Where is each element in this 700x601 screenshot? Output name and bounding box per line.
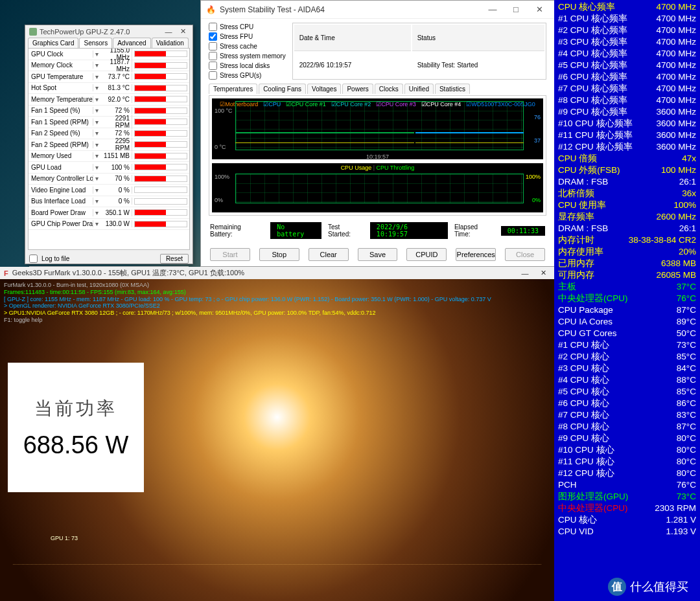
minimize-icon[interactable]: —: [163, 28, 174, 36]
minimize-icon[interactable]: —: [518, 269, 532, 277]
overlay-row: 内存使用率20%: [558, 246, 696, 258]
subtab-voltages[interactable]: Voltages: [307, 84, 341, 94]
sensor-bar: [134, 62, 187, 69]
sensor-row: GPU Temperature ▾ 73.7 °C: [29, 71, 189, 83]
dropdown-icon[interactable]: ▾: [93, 198, 100, 205]
stress-option[interactable]: Stress FPU: [209, 32, 286, 41]
preferences-button[interactable]: Preferences: [456, 248, 496, 261]
overlay-key: #3 CPU 核心频率: [558, 36, 627, 48]
overlay-key: 显存频率: [558, 211, 594, 223]
tab-sensors[interactable]: Sensors: [79, 38, 112, 48]
subtab-statistics[interactable]: Statistics: [435, 84, 470, 94]
stress-option[interactable]: Stress GPU(s): [209, 71, 286, 80]
overlay-key: CPU Package: [558, 304, 613, 316]
sensor-value: 92.0 °C: [100, 96, 132, 103]
checkbox[interactable]: [209, 23, 217, 31]
overlay-key: 北桥倍频: [558, 188, 594, 199]
sensor-row: Video Engine Load ▾ 0 %: [29, 185, 189, 196]
overlay-row: CPU 核心1.281 V: [558, 514, 696, 526]
subtab-cooling fans[interactable]: Cooling Fans: [259, 84, 306, 94]
overlay-row: #3 CPU 核心84°C: [558, 363, 696, 374]
dropdown-icon[interactable]: ▾: [93, 73, 100, 80]
checkbox[interactable]: [209, 42, 217, 51]
dropdown-icon[interactable]: ▾: [93, 220, 100, 227]
overlay-value: 6388 MB: [661, 258, 696, 269]
reset-button[interactable]: Reset: [160, 254, 189, 264]
overlay-value: 80°C: [677, 456, 696, 468]
overlay-value: 3600 MHz: [656, 106, 696, 118]
dropdown-icon[interactable]: ▾: [93, 152, 100, 159]
dropdown-icon[interactable]: ▾: [93, 130, 100, 137]
dropdown-icon[interactable]: ▾: [93, 187, 100, 194]
checkbox[interactable]: [209, 52, 217, 60]
overlay-value: 26:1: [679, 176, 696, 188]
maximize-icon[interactable]: □: [506, 5, 526, 14]
dropdown-icon[interactable]: ▾: [93, 175, 100, 182]
gpuz-sensors: GPU Clock ▾ 1155.0 MHz Memory Clock ▾ 11…: [28, 48, 190, 250]
close-icon[interactable]: ✕: [177, 27, 189, 36]
tab-validation[interactable]: Validation: [152, 38, 189, 48]
clear-button[interactable]: Clear: [309, 248, 349, 261]
tab-graphics-card[interactable]: Graphics Card: [28, 38, 78, 48]
dropdown-icon[interactable]: ▾: [93, 209, 100, 216]
overlay-value: 80°C: [677, 433, 696, 444]
stop-button[interactable]: Stop: [259, 248, 299, 261]
overlay-row: PCH76°C: [558, 479, 696, 491]
watermark: 值 什么值得买: [608, 578, 688, 596]
dropdown-icon[interactable]: ▾: [93, 96, 100, 103]
subtab-clocks[interactable]: Clocks: [375, 84, 403, 94]
log-checkbox[interactable]: [29, 255, 38, 263]
start-button: Start: [210, 248, 250, 261]
sensor-name: Fan 2 Speed (RPM): [29, 141, 93, 148]
overlay-key: #1 CPU 核心: [558, 339, 609, 351]
sensor-bar: [134, 187, 187, 193]
sensor-bar: [134, 209, 187, 216]
overlay-key: CPU 使用率: [558, 199, 606, 211]
checkbox[interactable]: [209, 62, 217, 70]
sensor-name: Memory Used: [29, 152, 93, 159]
checkbox[interactable]: [209, 32, 217, 41]
stress-option[interactable]: Stress system memory: [209, 52, 286, 60]
overlay-key: 中央处理器(CPU): [558, 293, 628, 304]
overlay-row: #9 CPU 核心频率3600 MHz: [558, 106, 696, 118]
stress-option[interactable]: Stress cache: [209, 42, 286, 51]
overlay-key: #8 CPU 核心: [558, 421, 609, 433]
dropdown-icon[interactable]: ▾: [93, 107, 100, 114]
overlay-key: 主板: [558, 281, 576, 293]
sensor-value: 0 %: [100, 187, 132, 194]
subtab-temperatures[interactable]: Temperatures: [209, 84, 257, 94]
subtab-unified[interactable]: Unified: [404, 84, 434, 94]
dropdown-icon[interactable]: ▾: [93, 84, 100, 91]
overlay-value: 4700 MHz: [656, 71, 696, 83]
close-icon[interactable]: ✕: [536, 269, 550, 277]
overlay-row: 图形处理器(GPU)73°C: [558, 491, 696, 503]
sensor-name: GPU Load: [29, 164, 93, 171]
save-button[interactable]: Save: [358, 248, 398, 261]
dropdown-icon[interactable]: ▾: [93, 119, 100, 126]
overlay-value: 4700 MHz: [656, 48, 696, 60]
dropdown-icon[interactable]: ▾: [93, 164, 100, 171]
stress-option[interactable]: Stress local disks: [209, 62, 286, 70]
sensor-name: GPU Chip Power Draw: [29, 220, 93, 227]
overlay-value: 87°C: [677, 304, 696, 316]
aida-titlebar[interactable]: 🔥 System Stability Test - AIDA64 — □ ✕: [201, 1, 554, 19]
overlay-row: #7 CPU 核心频率4700 MHz: [558, 83, 696, 95]
minimize-icon[interactable]: —: [483, 5, 502, 14]
dropdown-icon[interactable]: ▾: [93, 141, 100, 148]
checkbox[interactable]: [209, 71, 217, 80]
sensor-row: GPU Chip Power Draw ▾ 130.0 W: [29, 219, 189, 231]
furmark-icon: F: [4, 269, 8, 277]
close-icon[interactable]: ✕: [530, 5, 549, 14]
gpuz-titlebar[interactable]: TechPowerUp GPU-Z 2.47.0 — ✕: [25, 25, 192, 38]
sensor-row: Memory Controller Load ▾ 70 %: [29, 174, 189, 185]
furmark-titlebar[interactable]: F Geeks3D FurMark v1.30.0.0 - 155帧, GPU1…: [0, 267, 554, 279]
tab-advanced[interactable]: Advanced: [113, 38, 150, 48]
subtab-powers[interactable]: Powers: [342, 84, 373, 94]
info-line: > OpenGL renderer: NVIDIA GeForce RTX 30…: [4, 302, 550, 310]
dropdown-icon[interactable]: ▾: [93, 62, 100, 69]
stress-option[interactable]: Stress CPU: [209, 23, 286, 31]
cpuid-button[interactable]: CPUID: [406, 248, 447, 261]
close-button: Close: [505, 248, 545, 261]
dropdown-icon[interactable]: ▾: [93, 51, 100, 58]
overlay-key: 内存计时: [558, 234, 594, 246]
